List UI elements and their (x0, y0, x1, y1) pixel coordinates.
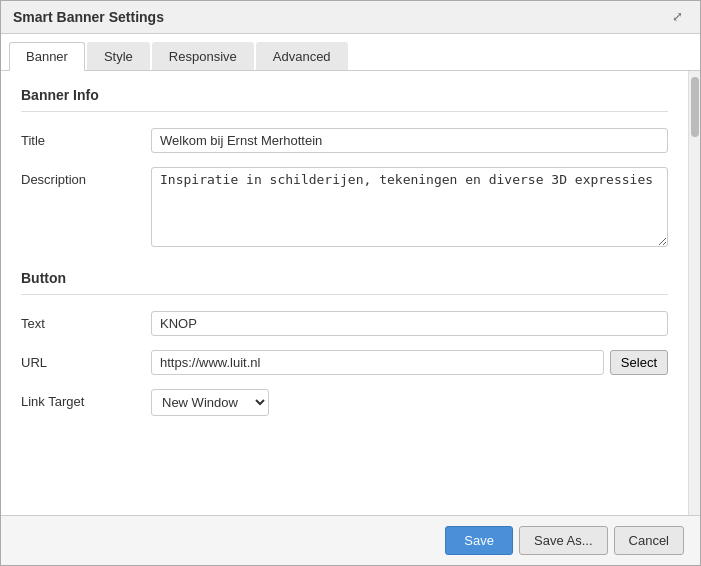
button-text-control (151, 311, 668, 336)
tab-style[interactable]: Style (87, 42, 150, 70)
url-control: Select (151, 350, 668, 375)
button-text-row: Text (21, 311, 668, 336)
dialog-title: Smart Banner Settings (13, 9, 164, 25)
url-select-button[interactable]: Select (610, 350, 668, 375)
button-text-label: Text (21, 311, 151, 331)
save-button[interactable]: Save (445, 526, 513, 555)
title-input[interactable] (151, 128, 668, 153)
title-row: Title (21, 128, 668, 153)
content-area: Banner Info Title Description Inspiratie… (1, 71, 688, 515)
button-text-input[interactable] (151, 311, 668, 336)
button-section-header: Button (21, 270, 668, 295)
link-target-control: New Window Same Window Popup (151, 389, 668, 416)
title-control (151, 128, 668, 153)
tab-advanced[interactable]: Advanced (256, 42, 348, 70)
banner-info-header: Banner Info (21, 87, 668, 112)
url-label: URL (21, 350, 151, 370)
description-label: Description (21, 167, 151, 187)
title-label: Title (21, 128, 151, 148)
link-target-select[interactable]: New Window Same Window Popup (151, 389, 269, 416)
link-target-row: Link Target New Window Same Window Popup (21, 389, 668, 416)
expand-icon[interactable]: ⤢ (672, 9, 688, 25)
dialog-footer: Save Save As... Cancel (1, 515, 700, 565)
save-as-button[interactable]: Save As... (519, 526, 608, 555)
banner-info-section: Banner Info Title Description Inspiratie… (21, 87, 668, 250)
description-control: Inspiratie in schilderijen, tekeningen e… (151, 167, 668, 250)
dialog: Smart Banner Settings ⤢ Banner Style Res… (0, 0, 701, 566)
link-target-label: Link Target (21, 389, 151, 409)
description-row: Description Inspiratie in schilderijen, … (21, 167, 668, 250)
url-row: URL Select (21, 350, 668, 375)
button-section: Button Text URL Select (21, 270, 668, 416)
titlebar: Smart Banner Settings ⤢ (1, 1, 700, 34)
scrollbar-area: Banner Info Title Description Inspiratie… (1, 71, 700, 515)
tab-bar: Banner Style Responsive Advanced (1, 34, 700, 71)
tab-banner[interactable]: Banner (9, 42, 85, 71)
url-input-row: Select (151, 350, 668, 375)
description-textarea[interactable]: Inspiratie in schilderijen, tekeningen e… (151, 167, 668, 247)
scrollbar-thumb[interactable] (691, 77, 699, 137)
cancel-button[interactable]: Cancel (614, 526, 684, 555)
tab-responsive[interactable]: Responsive (152, 42, 254, 70)
scrollbar[interactable] (688, 71, 700, 515)
url-input[interactable] (151, 350, 604, 375)
